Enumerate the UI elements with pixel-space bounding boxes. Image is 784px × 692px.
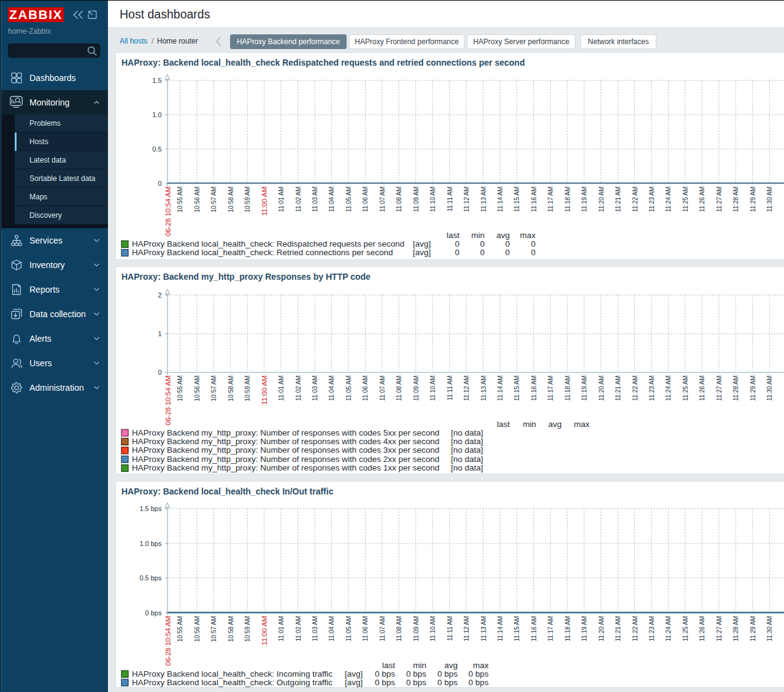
svg-text:0: 0 (455, 248, 459, 257)
svg-text:11:19 AM: 11:19 AM (581, 186, 588, 212)
svg-text:11:04 AM: 11:04 AM (328, 616, 335, 642)
svg-text:10:55 AM: 10:55 AM (177, 375, 183, 401)
svg-text:10:58 AM: 10:58 AM (228, 186, 234, 212)
svg-text:11:13 AM: 11:13 AM (480, 616, 487, 642)
svg-text:HAProxy Backend my_http_proxy:: HAProxy Backend my_http_proxy: Number of… (132, 463, 439, 472)
svg-text:[no data]: [no data] (451, 437, 483, 446)
svg-text:11:00 AM: 11:00 AM (261, 186, 268, 216)
svg-text:11:16 AM: 11:16 AM (531, 186, 537, 212)
svg-text:11:29 AM: 11:29 AM (750, 186, 756, 212)
svg-text:10:56 AM: 10:56 AM (194, 375, 201, 401)
svg-text:11:19 AM: 11:19 AM (581, 375, 588, 401)
svg-text:11:20 AM: 11:20 AM (598, 186, 605, 212)
svg-text:HAProxy Backend my_http_proxy:: HAProxy Backend my_http_proxy: Number of… (132, 437, 439, 446)
svg-text:11:20 AM: 11:20 AM (598, 375, 605, 401)
svg-text:11:25 AM: 11:25 AM (682, 186, 689, 212)
svg-text:11:00 AM: 11:00 AM (261, 616, 268, 645)
svg-text:11:03 AM: 11:03 AM (312, 375, 318, 401)
svg-text:11:22 AM: 11:22 AM (632, 616, 639, 642)
svg-text:11:22 AM: 11:22 AM (632, 186, 639, 212)
svg-text:11:14 AM: 11:14 AM (497, 186, 504, 212)
svg-text:11:09 AM: 11:09 AM (413, 616, 420, 642)
svg-text:11:09 AM: 11:09 AM (413, 375, 420, 401)
svg-text:11:10 AM: 11:10 AM (429, 375, 436, 401)
svg-text:11:07 AM: 11:07 AM (379, 186, 386, 212)
svg-text:HAProxy Backend my_http_proxy:: HAProxy Backend my_http_proxy: Number of… (132, 455, 439, 464)
svg-text:11:18 AM: 11:18 AM (564, 375, 571, 401)
svg-text:06-28 10:54 AM: 06-28 10:54 AM (164, 186, 172, 236)
svg-text:11:23 AM: 11:23 AM (648, 375, 655, 401)
svg-text:11:21 AM: 11:21 AM (615, 616, 621, 642)
svg-text:0 bps: 0 bps (375, 678, 395, 687)
svg-text:1: 1 (158, 330, 161, 337)
svg-text:11:02 AM: 11:02 AM (295, 186, 302, 212)
svg-text:0 bps: 0 bps (437, 678, 458, 687)
svg-text:11:15 AM: 11:15 AM (513, 616, 520, 642)
svg-text:min: min (523, 420, 536, 429)
svg-text:10:56 AM: 10:56 AM (194, 186, 201, 212)
svg-text:0: 0 (158, 180, 161, 187)
svg-text:min: min (471, 231, 485, 240)
svg-text:HAProxy Backend local_health_c: HAProxy Backend local_health_check: Redi… (132, 239, 404, 248)
svg-text:HAProxy Backend my_http_proxy:: HAProxy Backend my_http_proxy: Number of… (132, 445, 439, 455)
svg-text:avg: avg (496, 231, 510, 240)
svg-text:11:29 AM: 11:29 AM (750, 616, 756, 642)
svg-text:11:11 AM: 11:11 AM (447, 186, 453, 212)
svg-text:HAProxy Backend local_health_c: HAProxy Backend local_health_check: Retr… (132, 248, 393, 257)
svg-text:11:09 AM: 11:09 AM (413, 186, 420, 212)
svg-text:11:03 AM: 11:03 AM (312, 186, 318, 212)
svg-text:11:11 AM: 11:11 AM (447, 616, 453, 641)
svg-text:last: last (497, 420, 510, 429)
svg-text:[no data]: [no data] (451, 445, 483, 455)
svg-text:06-28 10:54 AM: 06-28 10:54 AM (164, 375, 172, 425)
svg-text:1.5 bps: 1.5 bps (139, 505, 162, 512)
svg-text:11:19 AM: 11:19 AM (581, 616, 588, 642)
svg-text:11:17 AM: 11:17 AM (547, 186, 554, 212)
svg-text:11:18 AM: 11:18 AM (564, 186, 571, 212)
svg-text:avg: avg (444, 661, 458, 670)
svg-text:[no data]: [no data] (451, 455, 483, 464)
svg-text:11:20 AM: 11:20 AM (598, 616, 605, 642)
svg-text:11:24 AM: 11:24 AM (665, 186, 672, 212)
svg-text:[avg]: [avg] (345, 678, 363, 687)
svg-text:11:02 AM: 11:02 AM (295, 616, 302, 642)
svg-text:11:02 AM: 11:02 AM (295, 375, 302, 401)
svg-text:06-28 10:54 AM: 06-28 10:54 AM (164, 616, 172, 666)
svg-text:[no data]: [no data] (451, 428, 483, 437)
svg-text:0: 0 (480, 248, 485, 257)
svg-text:11:12 AM: 11:12 AM (463, 186, 470, 212)
svg-text:10:57 AM: 10:57 AM (210, 375, 217, 401)
svg-text:1.0: 1.0 (152, 111, 161, 118)
svg-text:11:18 AM: 11:18 AM (564, 616, 571, 642)
svg-text:10:56 AM: 10:56 AM (194, 616, 201, 642)
svg-text:11:21 AM: 11:21 AM (615, 375, 621, 401)
svg-text:11:00 AM: 11:00 AM (261, 375, 268, 405)
svg-text:10:58 AM: 10:58 AM (228, 616, 234, 642)
svg-text:10:59 AM: 10:59 AM (244, 375, 251, 401)
svg-text:0: 0 (531, 248, 536, 257)
svg-text:11:24 AM: 11:24 AM (665, 616, 672, 642)
svg-text:11:30 AM: 11:30 AM (766, 186, 773, 212)
svg-text:11:26 AM: 11:26 AM (699, 186, 705, 212)
svg-text:11:26 AM: 11:26 AM (699, 375, 705, 401)
svg-text:last: last (447, 231, 459, 240)
svg-text:11:04 AM: 11:04 AM (328, 375, 335, 401)
svg-text:11:10 AM: 11:10 AM (429, 186, 436, 212)
svg-text:11:06 AM: 11:06 AM (362, 186, 369, 212)
svg-text:11:11 AM: 11:11 AM (447, 375, 453, 401)
svg-text:11:07 AM: 11:07 AM (379, 616, 386, 642)
svg-text:11:27 AM: 11:27 AM (716, 186, 723, 212)
svg-text:11:28 AM: 11:28 AM (732, 375, 739, 401)
svg-text:11:17 AM: 11:17 AM (547, 375, 554, 401)
svg-text:11:04 AM: 11:04 AM (328, 186, 335, 212)
svg-text:last: last (382, 661, 395, 670)
svg-text:11:24 AM: 11:24 AM (665, 375, 672, 401)
svg-text:11:26 AM: 11:26 AM (699, 616, 705, 642)
svg-text:10:59 AM: 10:59 AM (244, 186, 251, 212)
svg-text:0 bps: 0 bps (468, 669, 488, 679)
svg-text:11:03 AM: 11:03 AM (312, 616, 318, 642)
svg-text:11:28 AM: 11:28 AM (732, 186, 739, 212)
svg-text:0: 0 (455, 239, 459, 248)
svg-text:HAProxy Backend my_http_proxy:: HAProxy Backend my_http_proxy: Number of… (132, 428, 439, 437)
svg-text:10:57 AM: 10:57 AM (210, 186, 217, 212)
